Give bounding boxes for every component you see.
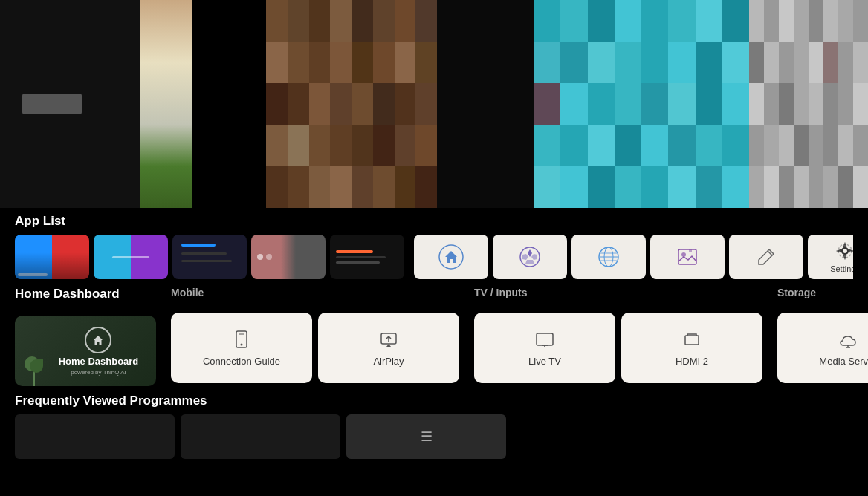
live-tv-label: Live TV — [528, 356, 561, 367]
settings-label: Settings — [830, 264, 853, 273]
storage-group: Storage Media Server — [777, 287, 868, 386]
connection-guide-label: Connection Guide — [203, 356, 280, 367]
mobile-cards: Connection Guide AirPlay — [171, 313, 459, 383]
thinq-subtitle: powered by ThinQ AI — [71, 369, 126, 376]
svg-point-13 — [842, 248, 848, 254]
menu-list-icon: ☰ — [421, 428, 433, 445]
app-list-section: App List — [0, 208, 868, 279]
app-tile-globe[interactable] — [571, 235, 646, 279]
hdmi2-label: HDMI 2 — [676, 356, 708, 367]
app-tile-2[interactable] — [94, 235, 168, 279]
app-tile-3[interactable] — [172, 235, 247, 279]
app-tile-edit[interactable] — [729, 235, 803, 279]
svg-rect-18 — [537, 333, 553, 345]
thumb-dark-gap2 — [437, 0, 534, 208]
home-house-icon — [91, 333, 105, 347]
media-server-icon — [838, 329, 858, 350]
globe-icon — [595, 244, 622, 270]
plant-decoration — [21, 345, 47, 386]
home-icon — [438, 244, 464, 270]
thumb-gray-pill — [22, 94, 82, 114]
frequently-viewed-cards: ☰ — [15, 414, 853, 459]
app-list-scroll: Settings — [15, 235, 853, 279]
tv-inputs-group: TV / Inputs Live TV HDMI 2 — [474, 287, 762, 386]
mobile-title: Mobile — [171, 287, 204, 298]
app-tile-home[interactable] — [414, 235, 488, 279]
freq-card-2[interactable] — [181, 414, 340, 459]
app-tile-sports[interactable] — [493, 235, 567, 279]
app-tile-4[interactable] — [251, 235, 326, 279]
app-tile-settings[interactable]: Settings — [808, 235, 853, 279]
gallery-icon — [674, 244, 701, 270]
thumb-teal[interactable] — [534, 0, 749, 208]
thumb-placeholder — [0, 0, 140, 208]
svg-rect-7 — [678, 249, 696, 264]
tv-inputs-cards: Live TV HDMI 2 — [474, 313, 762, 383]
media-server-card[interactable]: Media Server — [777, 313, 868, 383]
tv-inputs-title: TV / Inputs — [474, 287, 528, 298]
airplay-label: AirPlay — [373, 356, 404, 367]
app-list-title: App List — [15, 214, 853, 229]
home-dashboard-img: Home Dashboard powered by ThinQ AI — [15, 316, 156, 386]
connection-guide-card[interactable]: Connection Guide — [171, 313, 312, 383]
svg-rect-9 — [689, 249, 692, 252]
top-thumbnails — [0, 0, 868, 208]
frequently-viewed-section: Frequently Viewed Programmes ☰ — [0, 386, 868, 459]
home-dashboard-group: Home Dashboard — [15, 287, 156, 386]
mobile-phone-icon — [231, 329, 252, 350]
bottom-sections: Home Dashboard — [0, 279, 868, 386]
storage-cards: Media Server — [777, 313, 868, 383]
home-dashboard-cards: Home Dashboard powered by ThinQ AI — [15, 316, 156, 386]
media-server-label: Media Server — [819, 356, 868, 367]
frequently-viewed-title: Frequently Viewed Programmes — [15, 394, 853, 408]
freq-card-3[interactable]: ☰ — [346, 414, 506, 459]
hdmi-icon — [681, 329, 702, 350]
airplay-card[interactable]: AirPlay — [318, 313, 459, 383]
hdmi2-card[interactable]: HDMI 2 — [621, 313, 762, 383]
home-dashboard-center: Home Dashboard powered by ThinQ AI — [59, 327, 139, 376]
app-tile-1[interactable] — [15, 235, 89, 279]
home-dashboard-title: Home Dashboard — [15, 287, 120, 301]
thumb-portrait[interactable] — [140, 0, 192, 208]
settings-gear-icon — [835, 241, 853, 261]
app-list-separator — [409, 238, 409, 275]
freq-card-1[interactable] — [15, 414, 175, 459]
thumb-brown[interactable] — [266, 0, 437, 208]
thumb-dark-gap — [192, 0, 266, 208]
app-tile-gallery[interactable] — [650, 235, 725, 279]
app-tile-5[interactable] — [330, 235, 404, 279]
home-dashboard-card[interactable]: Home Dashboard powered by ThinQ AI — [15, 316, 156, 386]
mobile-group: Mobile Connection Guide AirPlay — [171, 287, 459, 386]
airplay-icon — [378, 329, 399, 350]
svg-rect-21 — [685, 336, 699, 345]
home-icon-circle — [85, 327, 111, 353]
thumb-gray-grid[interactable] — [749, 0, 868, 208]
sports-icon — [516, 244, 543, 270]
svg-point-15 — [241, 344, 243, 346]
live-tv-icon — [534, 329, 555, 350]
storage-title: Storage — [777, 287, 816, 298]
edit-icon — [753, 244, 780, 270]
live-tv-card[interactable]: Live TV — [474, 313, 615, 383]
home-dashboard-label: Home Dashboard — [59, 356, 139, 367]
